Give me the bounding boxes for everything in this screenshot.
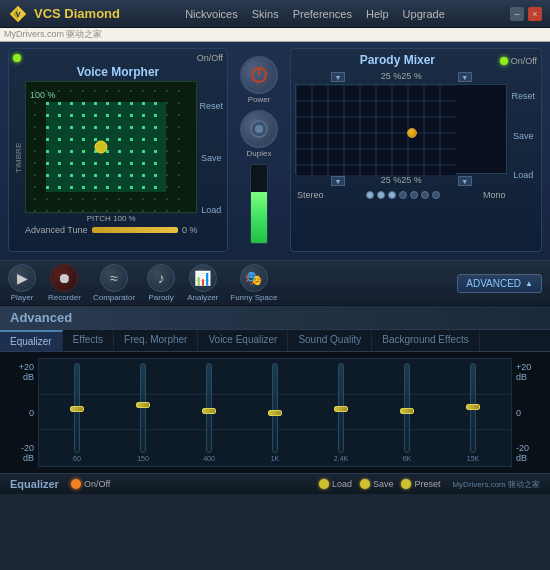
nav-comparator[interactable]: ≈ Comparator: [93, 264, 135, 302]
pm-reset-btn[interactable]: Reset: [511, 91, 535, 101]
menu-upgrade[interactable]: Upgrade: [403, 8, 445, 20]
watermark-bar: MyDrivers.com 驱动之家: [0, 28, 550, 42]
eq-track-400[interactable]: [206, 363, 212, 453]
menu-skins[interactable]: Skins: [252, 8, 279, 20]
vm-tune-label: Advanced Tune: [25, 225, 88, 235]
recorder-label: Recorder: [48, 293, 81, 302]
pm-load-btn[interactable]: Load: [511, 170, 535, 180]
advanced-btn-label: ADVANCED: [466, 278, 521, 289]
s-dot-6[interactable]: [421, 191, 429, 199]
s-dot-3[interactable]: [388, 191, 396, 199]
preset-dot-icon: [401, 479, 411, 489]
top-section: On/Off Voice Morpher TIMBRE PITCH 100 % …: [8, 48, 542, 252]
pm-onoff-label[interactable]: On/Off: [511, 56, 537, 66]
pm-dropdown-tr[interactable]: ▼: [458, 72, 472, 82]
pm-dot[interactable]: [407, 128, 417, 138]
close-button[interactable]: ×: [528, 7, 542, 21]
eq-load-button[interactable]: Load: [319, 479, 352, 490]
pm-dropdown-tl[interactable]: ▼: [331, 72, 345, 82]
vm-tune-bar[interactable]: [92, 227, 178, 233]
s-dot-4[interactable]: [399, 191, 407, 199]
vm-reset-btn[interactable]: Reset: [199, 101, 223, 111]
nav-parody[interactable]: ♪ Parody: [147, 264, 175, 302]
nav-funny-space[interactable]: 🎭 Funny Space: [230, 264, 277, 302]
comparator-label: Comparator: [93, 293, 135, 302]
parody-mixer-panel: Parody Mixer On/Off ▼ 25 % 25 % ▼: [290, 48, 542, 252]
menu-preferences[interactable]: Preferences: [293, 8, 352, 20]
eq-track-60[interactable]: [74, 363, 80, 453]
eq-thumb-60[interactable]: [70, 406, 84, 412]
tab-freq-morpher[interactable]: Freq. Morpher: [114, 330, 198, 351]
eq-freq-400: 400: [203, 455, 215, 462]
power-group: Power: [240, 56, 278, 104]
pm-corner-tl: 25 %: [381, 71, 402, 83]
eq-slider-6k: 6K: [375, 363, 439, 462]
tab-voice-eq[interactable]: Voice Equalizer: [198, 330, 288, 351]
main-area: On/Off Voice Morpher TIMBRE PITCH 100 % …: [0, 42, 550, 260]
s-dot-7[interactable]: [432, 191, 440, 199]
eq-preset-button[interactable]: Preset: [401, 479, 440, 490]
onoff-dot-icon: [71, 479, 81, 489]
vm-tune-value: 0 %: [182, 225, 198, 235]
eq-thumb-6k[interactable]: [400, 408, 414, 414]
pm-save-btn[interactable]: Save: [511, 131, 535, 141]
analyzer-icon: 📊: [189, 264, 217, 292]
nav-analyzer[interactable]: 📊 Analyzer: [187, 264, 218, 302]
eq-thumb-2k4[interactable]: [334, 406, 348, 412]
tab-sound-quality[interactable]: Sound Quality: [288, 330, 372, 351]
tab-background-effects[interactable]: Background Effects: [372, 330, 480, 351]
eq-track-6k[interactable]: [404, 363, 410, 453]
vm-grid-main: PITCH 100 % Advanced Tune 0 %: [25, 81, 197, 235]
duplex-button[interactable]: [240, 110, 278, 148]
funny-space-icon: 🎭: [240, 264, 268, 292]
vm-side-buttons: Reset Save Load: [199, 81, 223, 235]
s-dot-1[interactable]: [366, 191, 374, 199]
vm-load-btn[interactable]: Load: [199, 205, 223, 215]
eq-track-150[interactable]: [140, 363, 146, 453]
vm-morpher-grid[interactable]: [25, 81, 197, 213]
pm-top-row: ▼ 25 % 25 % ▼: [295, 71, 507, 83]
eq-onoff-button[interactable]: On/Off: [71, 479, 110, 489]
window-controls: – ×: [510, 7, 542, 21]
pm-dropdown-br[interactable]: ▼: [458, 176, 472, 186]
preset-label: Preset: [414, 479, 440, 489]
funny-space-label: Funny Space: [230, 293, 277, 302]
nav-player[interactable]: ▶ Player: [8, 264, 36, 302]
eq-mid-db-left: 0: [8, 408, 34, 418]
eq-track-15k[interactable]: [470, 363, 476, 453]
menu-help[interactable]: Help: [366, 8, 389, 20]
tab-equalizer[interactable]: Equalizer: [0, 330, 63, 351]
vm-timbre-label: TIMBRE: [13, 81, 23, 235]
advanced-toggle-button[interactable]: ADVANCED ▲: [457, 274, 542, 293]
eq-slider-1k: 1K: [243, 363, 307, 462]
eq-thumb-400[interactable]: [202, 408, 216, 414]
pm-dropdown-bl[interactable]: ▼: [331, 176, 345, 186]
advanced-title: Advanced: [0, 306, 550, 330]
vm-save-btn[interactable]: Save: [199, 153, 223, 163]
nav-recorder[interactable]: ⏺ Recorder: [48, 264, 81, 302]
title-left: V VCS Diamond: [8, 4, 120, 24]
eq-thumb-1k[interactable]: [268, 410, 282, 416]
vm-toggle[interactable]: [13, 54, 21, 62]
s-dot-5[interactable]: [410, 191, 418, 199]
eq-thumb-15k[interactable]: [466, 404, 480, 410]
tab-effects[interactable]: Effects: [63, 330, 114, 351]
minimize-button[interactable]: –: [510, 7, 524, 21]
eq-freq-1k: 1K: [271, 455, 280, 462]
pm-toggle[interactable]: [500, 57, 508, 65]
pm-grid[interactable]: [295, 84, 507, 174]
stereo-mono-row: Stereo Mono: [295, 190, 507, 200]
recorder-icon: ⏺: [50, 264, 78, 292]
eq-track-2k4[interactable]: [338, 363, 344, 453]
power-button[interactable]: [240, 56, 278, 94]
eq-track-1k[interactable]: [272, 363, 278, 453]
eq-save-button[interactable]: Save: [360, 479, 394, 490]
eq-thumb-150[interactable]: [136, 402, 150, 408]
vm-onoff-label[interactable]: On/Off: [197, 53, 223, 63]
svg-text:V: V: [16, 11, 21, 18]
menu-nickvoices[interactable]: Nickvoices: [185, 8, 238, 20]
vm-tune-row: Advanced Tune 0 %: [25, 225, 197, 235]
vm-pitch-label: PITCH 100 %: [25, 214, 197, 223]
s-dot-2[interactable]: [377, 191, 385, 199]
eq-freq-60: 60: [73, 455, 81, 462]
